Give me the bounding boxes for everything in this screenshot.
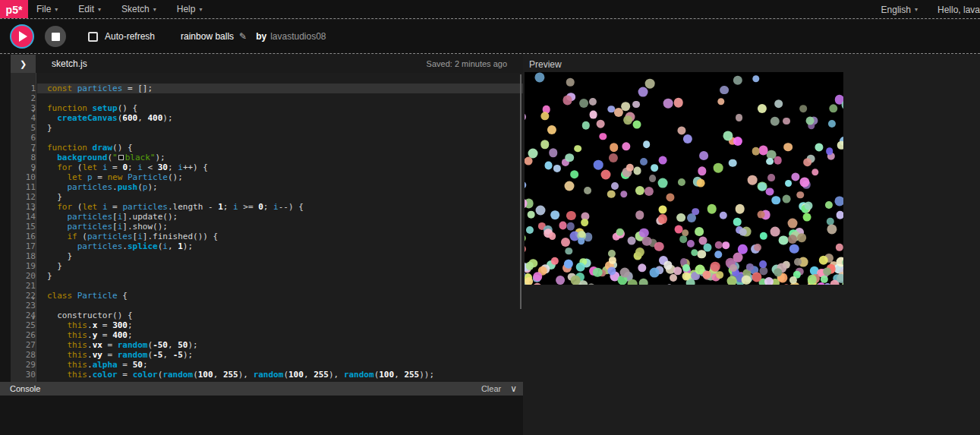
particle-dot bbox=[566, 211, 575, 220]
particle-dot bbox=[525, 181, 526, 188]
particle-dot bbox=[699, 151, 708, 160]
code-line[interactable]: 3▼function setup() { bbox=[11, 103, 523, 113]
particle-dot bbox=[659, 206, 667, 214]
particle-dot bbox=[525, 245, 526, 253]
particle-dot bbox=[620, 267, 630, 277]
code-editor[interactable]: 1const particles = [];23▼function setup(… bbox=[11, 73, 523, 382]
line-number: 19 bbox=[11, 261, 37, 271]
particle-dot bbox=[789, 244, 799, 254]
particle-dot bbox=[651, 165, 659, 172]
p5-logo[interactable]: p5* bbox=[0, 0, 28, 19]
play-button[interactable] bbox=[11, 26, 33, 47]
line-number: 10 bbox=[11, 172, 37, 182]
tab-sketch-js[interactable]: sketch.js bbox=[52, 58, 87, 69]
console-clear-button[interactable]: Clear bbox=[481, 384, 501, 393]
code-line[interactable]: 30 this.color = color(random(100, 255), … bbox=[11, 370, 523, 380]
language-label: English bbox=[881, 5, 911, 15]
console-collapse-icon[interactable]: ∨ bbox=[510, 383, 517, 394]
particle-dot bbox=[540, 112, 549, 120]
code-line[interactable]: 7▼function draw() { bbox=[11, 143, 523, 153]
code-line[interactable]: 20} bbox=[11, 271, 523, 281]
line-number: 8 bbox=[11, 153, 37, 162]
particle-dot bbox=[682, 134, 692, 143]
particle-dot bbox=[584, 187, 591, 194]
code-line[interactable]: 9▼ for (let i = 0; i < 30; i++) { bbox=[11, 162, 523, 172]
code-line[interactable]: 25 this.x = 300; bbox=[11, 320, 523, 330]
code-line[interactable]: 24▼ constructor() { bbox=[11, 310, 523, 320]
particle-dot bbox=[754, 244, 761, 251]
code-line[interactable]: 2 bbox=[11, 93, 523, 103]
editor-scrollbar[interactable] bbox=[520, 74, 522, 309]
code-line[interactable]: 18 } bbox=[11, 251, 523, 261]
language-selector[interactable]: English ▾ bbox=[881, 5, 918, 15]
menu-help[interactable]: Help ▾ bbox=[177, 4, 203, 14]
code-line[interactable]: 8 background("black"); bbox=[11, 153, 523, 162]
particle-dot bbox=[534, 273, 543, 282]
particle-dot bbox=[842, 99, 843, 109]
particle-dot bbox=[797, 233, 806, 242]
particle-dot bbox=[632, 101, 640, 109]
menu-edit[interactable]: Edit ▾ bbox=[78, 4, 101, 14]
author-link[interactable]: lavastudios08 bbox=[270, 31, 326, 42]
code-line[interactable]: 22▼class Particle { bbox=[11, 291, 523, 301]
particle-dot bbox=[759, 260, 767, 268]
code-line[interactable]: 21 bbox=[11, 281, 523, 291]
code-line[interactable]: 11 particles.push(p); bbox=[11, 182, 523, 192]
code-line[interactable]: 17 particles.splice(i, 1); bbox=[11, 241, 523, 251]
line-number: 25 bbox=[11, 320, 37, 330]
particle-dot bbox=[714, 241, 723, 250]
play-icon bbox=[19, 31, 27, 42]
particle-dot bbox=[837, 141, 843, 150]
account-menu[interactable]: Hello, lava bbox=[937, 5, 980, 15]
particle-dot bbox=[772, 196, 781, 205]
sketch-title: rainbow balls bbox=[181, 31, 234, 42]
nav-menus: File ▾ Edit ▾ Sketch ▾ Help ▾ bbox=[36, 4, 202, 14]
particle-dot bbox=[716, 272, 723, 279]
code-line[interactable]: 14 particles[i].update(); bbox=[11, 212, 523, 222]
code-line[interactable]: 12 } bbox=[11, 192, 523, 202]
preview-pane: Preview bbox=[523, 55, 980, 435]
code-line[interactable]: 1const particles = []; bbox=[11, 84, 523, 93]
particle-dot bbox=[525, 157, 532, 165]
particle-dot bbox=[835, 196, 843, 206]
particle-dot bbox=[589, 110, 597, 118]
code-line[interactable]: 23 bbox=[11, 301, 523, 310]
menu-file[interactable]: File ▾ bbox=[36, 4, 58, 14]
code-line[interactable]: 19 } bbox=[11, 261, 523, 271]
line-number: 17 bbox=[11, 241, 37, 251]
stop-button[interactable] bbox=[45, 26, 66, 47]
code-line[interactable]: 15 particles[i].show(); bbox=[11, 222, 523, 232]
edit-title-pencil-icon[interactable]: ✎ bbox=[239, 31, 247, 42]
particle-dot bbox=[579, 99, 588, 108]
particle-dot bbox=[635, 211, 644, 220]
code-line[interactable]: 28 this.vy = random(-5, -5); bbox=[11, 350, 523, 360]
code-line[interactable]: 10 let p = new Particle(); bbox=[11, 172, 523, 182]
particle-dot bbox=[556, 276, 565, 285]
particle-dot bbox=[818, 255, 827, 264]
particle-dot bbox=[680, 236, 688, 244]
expand-sidebar-button[interactable]: ❯ bbox=[11, 55, 36, 73]
particle-dot bbox=[562, 96, 572, 106]
code-line[interactable]: 13▼ for (let i = particles.length - 1; i… bbox=[11, 202, 523, 212]
particle-dot bbox=[526, 226, 534, 234]
preview-title: Preview bbox=[529, 59, 562, 70]
code-line[interactable]: 5} bbox=[11, 123, 523, 133]
particle-dot bbox=[783, 118, 790, 125]
particle-dot bbox=[692, 208, 700, 216]
auto-refresh-checkbox[interactable] bbox=[88, 32, 98, 42]
particle-dot bbox=[635, 247, 644, 257]
particle-dot bbox=[829, 104, 837, 112]
code-line[interactable]: 4 createCanvas(600, 400); bbox=[11, 113, 523, 123]
code-line[interactable]: 29 this.alpha = 50; bbox=[11, 360, 523, 370]
menu-sketch[interactable]: Sketch ▾ bbox=[121, 4, 156, 14]
code-line[interactable]: 27 this.vx = random(-50, 50); bbox=[11, 340, 523, 350]
greeting-label: Hello, lava bbox=[937, 5, 980, 15]
code-line[interactable]: 16 if (particles[i].finished()) { bbox=[11, 232, 523, 241]
code-line[interactable]: 26 this.y = 400; bbox=[11, 330, 523, 340]
particle-dot bbox=[733, 75, 742, 84]
color-swatch-icon[interactable] bbox=[118, 155, 124, 160]
particle-dot bbox=[616, 228, 624, 236]
particle-dot bbox=[757, 210, 765, 219]
particle-dot bbox=[802, 213, 811, 222]
code-line[interactable]: 6 bbox=[11, 133, 523, 143]
